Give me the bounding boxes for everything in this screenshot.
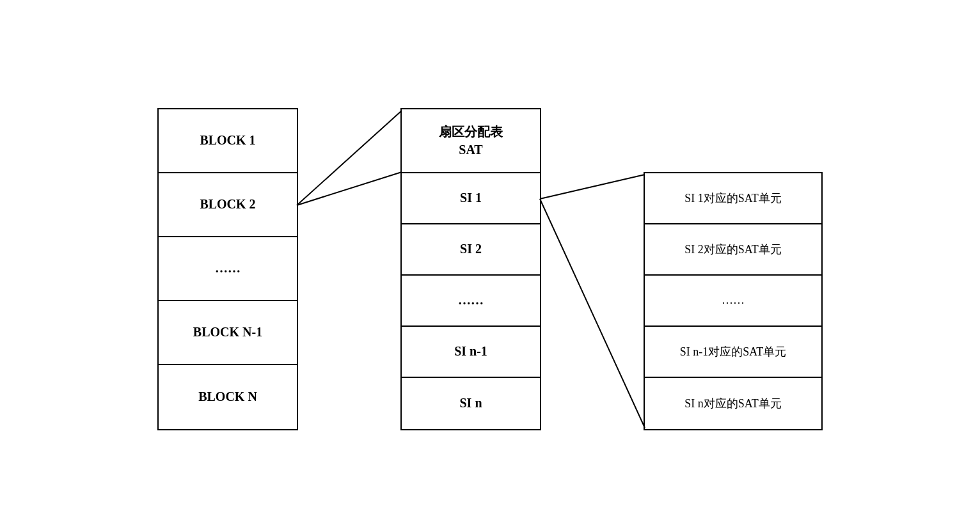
sat-column: 扇区分配表 SAT SI 1 SI 2 …… SI n-1 SI n xyxy=(400,108,541,430)
sat-header-line1: 扇区分配表 xyxy=(439,123,503,141)
sin-cell: SI n xyxy=(402,378,540,429)
unit-ellipsis-cell: …… xyxy=(645,276,821,327)
diagram-container: BLOCK 1 BLOCK 2 …… BLOCK N-1 BLOCK N 扇区分… xyxy=(157,108,823,430)
si-ellipsis-cell: …… xyxy=(402,276,540,327)
unitn1-cell: SI n-1对应的SAT单元 xyxy=(645,327,821,378)
svg-line-2 xyxy=(540,175,645,199)
svg-line-3 xyxy=(540,199,645,428)
block2-cell: BLOCK 2 xyxy=(159,173,297,237)
blockn1-cell: BLOCK N-1 xyxy=(159,301,297,365)
units-column: SI 1对应的SAT单元 SI 2对应的SAT单元 …… SI n-1对应的SA… xyxy=(644,172,823,430)
block-ellipsis-cell: …… xyxy=(159,237,297,301)
svg-line-1 xyxy=(297,172,402,205)
si1-cell: SI 1 xyxy=(402,173,540,224)
svg-line-0 xyxy=(297,111,402,205)
block1-cell: BLOCK 1 xyxy=(159,109,297,173)
blockn-cell: BLOCK N xyxy=(159,365,297,429)
unit2-cell: SI 2对应的SAT单元 xyxy=(645,224,821,276)
blocks-column: BLOCK 1 BLOCK 2 …… BLOCK N-1 BLOCK N xyxy=(157,108,298,430)
sin1-cell: SI n-1 xyxy=(402,327,540,378)
si2-cell: SI 2 xyxy=(402,224,540,276)
sat-header: 扇区分配表 SAT xyxy=(402,109,540,173)
unit1-cell: SI 1对应的SAT单元 xyxy=(645,173,821,224)
unitn-cell: SI n对应的SAT单元 xyxy=(645,378,821,429)
sat-header-line2: SAT xyxy=(459,141,482,159)
